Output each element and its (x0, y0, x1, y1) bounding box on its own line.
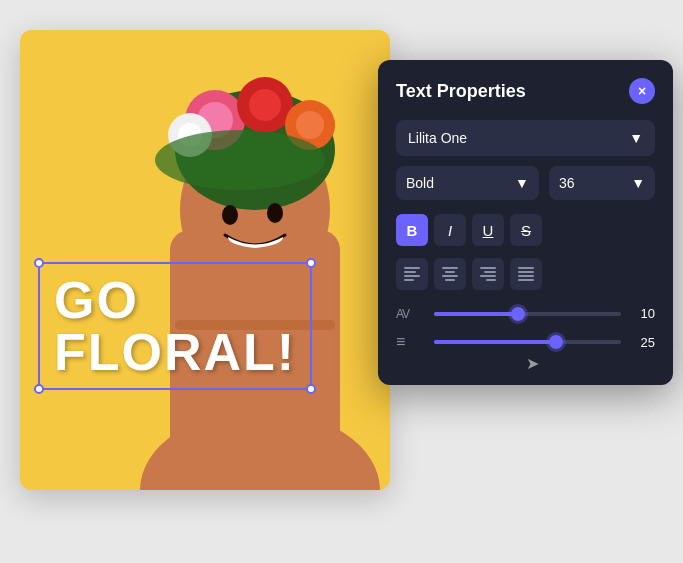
leading-thumb[interactable] (549, 335, 563, 349)
align-justify-icon (513, 262, 539, 286)
svg-point-13 (222, 205, 238, 225)
text-line-2: FLORAL! (54, 323, 296, 381)
panel-header: Text Properties × (396, 78, 655, 104)
leading-label: ≡ (396, 333, 424, 351)
font-family-value: Lilita One (408, 130, 467, 146)
tracking-slider-row: AV 10 (396, 306, 655, 321)
svg-point-7 (249, 89, 281, 121)
leading-slider[interactable] (434, 340, 621, 344)
font-family-dropdown[interactable]: Lilita One ▼ (396, 120, 655, 156)
bold-icon: B (407, 222, 418, 239)
panel-title: Text Properties (396, 81, 526, 102)
text-properties-panel: Text Properties × Lilita One ▼ Bold ▼ 36… (378, 60, 673, 385)
close-button[interactable]: × (629, 78, 655, 104)
align-justify-button[interactable] (510, 258, 542, 290)
svg-point-14 (267, 203, 283, 223)
scene: GO FLORAL! Text Properties × Lilita One … (0, 0, 683, 563)
font-weight-dropdown[interactable]: Bold ▼ (396, 166, 539, 200)
text-line-1: GO (54, 271, 139, 329)
handle-bottom-left[interactable] (34, 384, 44, 394)
align-left-button[interactable] (396, 258, 428, 290)
italic-icon: I (448, 222, 452, 239)
leading-slider-row: ≡ 25 ➤ (396, 333, 655, 351)
tracking-thumb[interactable] (511, 307, 525, 321)
font-style-row: Bold ▼ 36 ▼ (396, 166, 655, 200)
chevron-down-icon-size: ▼ (631, 175, 645, 191)
align-right-icon (475, 262, 501, 286)
underline-icon: U (483, 222, 494, 239)
font-size-dropdown[interactable]: 36 ▼ (549, 166, 655, 200)
align-left-icon (399, 262, 425, 286)
strikethrough-icon: S (521, 222, 531, 239)
chevron-down-icon-weight: ▼ (515, 175, 529, 191)
strikethrough-button[interactable]: S (510, 214, 542, 246)
close-icon: × (638, 83, 646, 99)
font-weight-value: Bold (406, 175, 434, 191)
leading-fill (434, 340, 556, 344)
italic-button[interactable]: I (434, 214, 466, 246)
cursor-icon: ➤ (526, 354, 539, 373)
align-right-button[interactable] (472, 258, 504, 290)
underline-button[interactable]: U (472, 214, 504, 246)
canvas-text-content: GO FLORAL! (54, 274, 296, 378)
canvas-text-box[interactable]: GO FLORAL! (38, 262, 312, 390)
alignment-buttons-row (396, 258, 655, 290)
format-buttons-row: B I U S (396, 214, 655, 246)
tracking-value: 10 (631, 306, 655, 321)
align-center-icon (437, 262, 463, 286)
tracking-label: AV (396, 307, 424, 321)
tracking-fill (434, 312, 518, 316)
font-size-value: 36 (559, 175, 575, 191)
leading-value: 25 (631, 335, 655, 350)
canvas-area: GO FLORAL! (20, 30, 390, 490)
align-center-button[interactable] (434, 258, 466, 290)
chevron-down-icon: ▼ (629, 130, 643, 146)
svg-point-9 (296, 111, 324, 139)
handle-top-left[interactable] (34, 258, 44, 268)
tracking-slider[interactable] (434, 312, 621, 316)
bold-button[interactable]: B (396, 214, 428, 246)
svg-point-12 (155, 130, 325, 190)
person-image (20, 30, 390, 490)
